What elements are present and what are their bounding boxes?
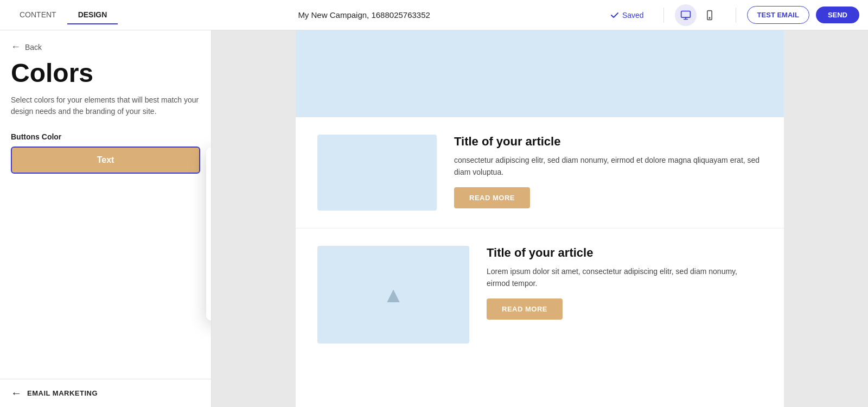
article2-image: ▲ <box>317 246 469 344</box>
back-arrow-icon: ← <box>11 41 21 53</box>
back-label: Back <box>25 43 42 52</box>
email-article-1: Title of your article consectetur adipis… <box>296 117 784 228</box>
color-picker-popup: × Background color <box>206 147 212 321</box>
main-layout: ← Back Colors Select colors for your ele… <box>0 30 868 407</box>
mobile-icon <box>704 10 715 21</box>
svg-point-2 <box>709 17 710 18</box>
top-header: CONTENT DESIGN My New Campaign, 16880257… <box>0 0 868 30</box>
divider2 <box>736 8 736 23</box>
article2-content: Title of your article Lorem ipsum dolor … <box>487 246 762 320</box>
email-article-2: ▲ Title of your article Lorem ipsum dolo… <box>296 228 784 361</box>
article1-title: Title of your article <box>454 135 762 149</box>
campaign-name: My New Campaign, 1688025763352 <box>124 10 604 20</box>
view-toggle <box>675 4 720 26</box>
article2-title: Title of your article <box>487 246 762 260</box>
article1-text: consectetur adipiscing elitr, sed diam n… <box>454 154 762 179</box>
saved-label: Saved <box>622 11 644 20</box>
sidebar: ← Back Colors Select colors for your ele… <box>0 30 212 407</box>
main-tabs: CONTENT DESIGN <box>9 6 118 24</box>
tab-design[interactable]: DESIGN <box>67 6 118 24</box>
test-email-button[interactable]: TEST EMAIL <box>747 6 809 24</box>
desktop-icon <box>680 10 691 21</box>
buttons-color-label: Buttons Color <box>11 132 200 141</box>
article1-content: Title of your article consectetur adipis… <box>454 135 762 208</box>
saved-indicator: Saved <box>610 11 644 20</box>
article2-text: Lorem ipsum dolor sit amet, consectetur … <box>487 265 762 290</box>
email-hero-image <box>296 30 784 117</box>
mobile-view-btn[interactable] <box>699 4 720 26</box>
checkmark-icon <box>610 11 619 20</box>
colors-title: Colors <box>11 59 200 88</box>
mountain-icon: ▲ <box>382 283 404 307</box>
sidebar-content: ← Back Colors Select colors for your ele… <box>0 30 211 379</box>
desktop-view-btn[interactable] <box>675 4 697 26</box>
footer-label: EMAIL MARKETING <box>27 389 98 397</box>
sidebar-footer: ← EMAIL MARKETING <box>0 379 211 407</box>
svg-rect-0 <box>681 11 690 17</box>
tab-content[interactable]: CONTENT <box>9 6 67 24</box>
article1-read-more-button[interactable]: READ MORE <box>454 187 530 208</box>
back-button[interactable]: ← Back <box>11 41 42 53</box>
divider <box>663 8 664 23</box>
send-button[interactable]: SEND <box>816 7 859 23</box>
preview-area: Title of your article consectetur adipis… <box>212 30 868 407</box>
article2-read-more-button[interactable]: READ MORE <box>487 298 563 320</box>
email-container: Title of your article consectetur adipis… <box>296 30 784 407</box>
article1-image <box>317 135 437 211</box>
colors-desc: Select colors for your elements that wil… <box>11 94 200 117</box>
footer-arrow-icon: ← <box>11 387 22 399</box>
buttons-color-preview[interactable]: Text <box>11 147 200 174</box>
